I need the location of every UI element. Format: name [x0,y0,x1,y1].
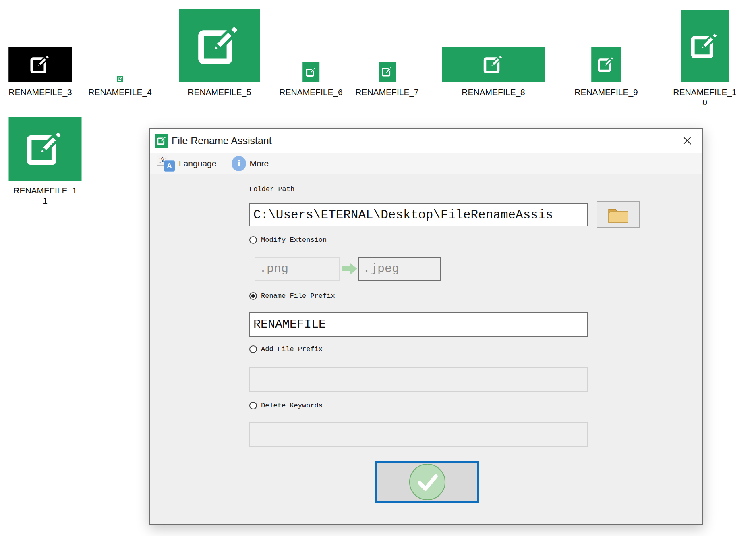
edit-pencil-square-icon [381,65,394,78]
file-icon-tile [9,47,72,82]
menu-bar: 文 A Language i More [150,153,702,174]
radio-icon [249,402,257,409]
desktop-file-renamefile-3[interactable]: RENAMEFILE_3 [8,47,72,97]
edit-pencil-square-icon [481,52,505,77]
menu-language-label: Language [179,159,216,168]
confirm-button[interactable] [375,461,479,503]
file-label: RENAMEFILE_4 [88,87,152,97]
desktop-file-renamefile-9[interactable]: RENAMEFILE_9 [574,47,638,97]
desktop-file-renamefile-5[interactable]: RENAMEFILE_5 [179,9,260,97]
menu-language[interactable]: 文 A Language [150,153,216,174]
rename-prefix-input[interactable] [249,312,588,337]
desktop-file-renamefile-10[interactable]: RENAMEFILE_1 0 [673,10,737,107]
file-icon-tile [179,9,260,82]
edit-pencil-square-icon [688,29,722,63]
edit-pencil-square-icon [156,135,167,146]
desktop-file-renamefile-4[interactable]: RENAMEFILE_4 [88,76,152,97]
menu-more[interactable]: i More [216,153,269,174]
edit-pencil-square-icon [305,66,317,78]
file-label: RENAMEFILE_6 [279,87,343,97]
app-icon [155,134,168,148]
translate-icon: 文 A [157,155,176,172]
file-icon-tile [592,47,621,82]
check-circle-icon [408,463,447,501]
extension-from-input[interactable] [255,257,340,281]
file-icon-tile [681,10,729,82]
option-rename-file-prefix[interactable]: Rename File Prefix [249,292,335,300]
green-arrow-right-icon [342,263,357,275]
file-icon-tile [117,76,123,82]
edit-pencil-square-icon [194,20,245,71]
title-bar[interactable]: File Rename Assistant [150,129,702,153]
menu-more-label: More [249,159,269,168]
browse-folder-button[interactable] [597,201,640,228]
edit-pencil-square-icon [23,126,68,171]
file-label: RENAMEFILE_1 0 [673,87,737,107]
file-label: RENAMEFILE_7 [355,87,419,97]
desktop-file-renamefile-8[interactable]: RENAMEFILE_8 [442,47,545,97]
option-add-file-prefix[interactable]: Add File Prefix [249,345,323,353]
info-icon: i [232,156,246,171]
edit-pencil-square-icon [596,54,616,75]
edit-pencil-square-icon [28,52,52,77]
close-icon [682,136,692,145]
file-icon-tile [442,47,545,82]
file-icon-tile [9,117,82,181]
file-label: RENAMEFILE_1 1 [13,185,77,206]
folder-path-input[interactable] [249,203,588,226]
radio-icon [249,292,257,300]
file-label: RENAMEFILE_3 [8,87,72,97]
delete-keywords-input[interactable] [249,422,588,447]
window-title: File Rename Assistant [172,135,272,147]
desktop-file-renamefile-11[interactable]: RENAMEFILE_1 1 [9,117,82,206]
desktop-file-renamefile-6[interactable]: RENAMEFILE_6 [279,62,343,97]
file-label: RENAMEFILE_8 [462,87,525,97]
edit-pencil-square-icon [118,77,122,81]
folder-path-label: Folder Path [249,185,294,193]
add-prefix-input[interactable] [249,367,588,392]
option-modify-extension[interactable]: Modify Extension [249,236,327,244]
extension-to-input[interactable] [358,257,441,281]
folder-icon [607,206,630,224]
radio-icon [249,236,257,244]
file-rename-assistant-window: File Rename Assistant 文 A Language i Mor… [149,128,703,525]
close-button[interactable] [679,134,695,147]
file-icon-tile [379,62,396,82]
file-icon-tile [302,62,319,82]
radio-icon [249,345,257,353]
file-label: RENAMEFILE_5 [188,87,251,97]
desktop-file-renamefile-7[interactable]: RENAMEFILE_7 [355,62,419,97]
option-delete-keywords[interactable]: Delete Keywords [249,402,323,409]
file-label: RENAMEFILE_9 [574,87,638,97]
